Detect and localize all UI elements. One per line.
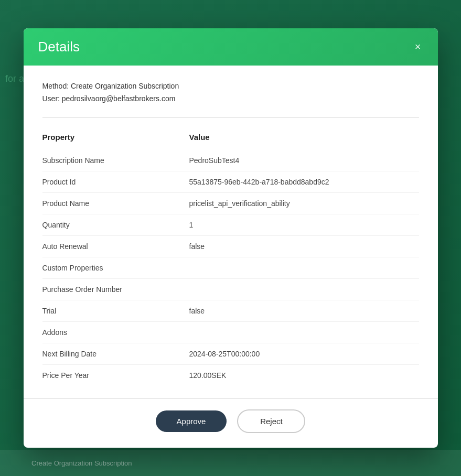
table-row: Custom Properties bbox=[42, 257, 419, 279]
property-table: Property Value Subscription NamePedroSub… bbox=[42, 128, 419, 386]
meta-line-2: User: pedrosilvaorg@belfastbrokers.com bbox=[42, 93, 419, 105]
property-name-cell: Price Per Year bbox=[42, 365, 189, 386]
col-header-property: Property bbox=[42, 128, 189, 150]
meta-info: Method: Create Organization Subscription… bbox=[42, 80, 419, 105]
property-name-cell: Trial bbox=[42, 300, 189, 322]
modal-header: Details × bbox=[24, 28, 438, 66]
table-row: Subscription NamePedroSubTest4 bbox=[42, 150, 419, 171]
property-name-cell: Product Name bbox=[42, 193, 189, 214]
modal-footer: Approve Reject bbox=[24, 398, 438, 448]
property-value-cell bbox=[189, 322, 419, 343]
close-button[interactable]: × bbox=[413, 39, 423, 54]
property-name-cell: Subscription Name bbox=[42, 150, 189, 171]
property-value-cell: 2024-08-25T00:00:00 bbox=[189, 343, 419, 365]
table-row: Addons bbox=[42, 322, 419, 343]
property-value-cell: 120.00SEK bbox=[189, 365, 419, 386]
property-value-cell bbox=[189, 279, 419, 300]
table-row: Quantity1 bbox=[42, 214, 419, 236]
reject-button[interactable]: Reject bbox=[237, 409, 305, 433]
property-name-cell: Addons bbox=[42, 322, 189, 343]
property-value-cell: 1 bbox=[189, 214, 419, 236]
property-name-cell: Auto Renewal bbox=[42, 236, 189, 257]
table-row: Product Id55a13875-96eb-442b-a718-babdd8… bbox=[42, 171, 419, 193]
property-name-cell: Purchase Order Number bbox=[42, 279, 189, 300]
modal-body: Method: Create Organization Subscription… bbox=[24, 66, 438, 399]
divider-1 bbox=[42, 117, 419, 118]
col-header-value: Value bbox=[189, 128, 419, 150]
table-row: Purchase Order Number bbox=[42, 279, 419, 300]
details-modal: Details × Method: Create Organization Su… bbox=[24, 28, 438, 448]
property-value-cell: false bbox=[189, 236, 419, 257]
property-name-cell: Custom Properties bbox=[42, 257, 189, 279]
property-value-cell: pricelist_api_verification_ability bbox=[189, 193, 419, 214]
table-row: Product Namepricelist_api_verification_a… bbox=[42, 193, 419, 214]
table-row: Trialfalse bbox=[42, 300, 419, 322]
table-row: Next Billing Date2024-08-25T00:00:00 bbox=[42, 343, 419, 365]
table-row: Price Per Year120.00SEK bbox=[42, 365, 419, 386]
property-value-cell: false bbox=[189, 300, 419, 322]
approve-button[interactable]: Approve bbox=[156, 410, 227, 432]
property-value-cell bbox=[189, 257, 419, 279]
property-value-cell: 55a13875-96eb-442b-a718-babdd8abd9c2 bbox=[189, 171, 419, 193]
property-name-cell: Next Billing Date bbox=[42, 343, 189, 365]
property-name-cell: Quantity bbox=[42, 214, 189, 236]
property-name-cell: Product Id bbox=[42, 171, 189, 193]
meta-line-1: Method: Create Organization Subscription bbox=[42, 80, 419, 93]
table-row: Auto Renewalfalse bbox=[42, 236, 419, 257]
property-value-cell: PedroSubTest4 bbox=[189, 150, 419, 171]
modal-title: Details bbox=[38, 39, 80, 55]
modal-backdrop: Details × Method: Create Organization Su… bbox=[0, 0, 461, 476]
